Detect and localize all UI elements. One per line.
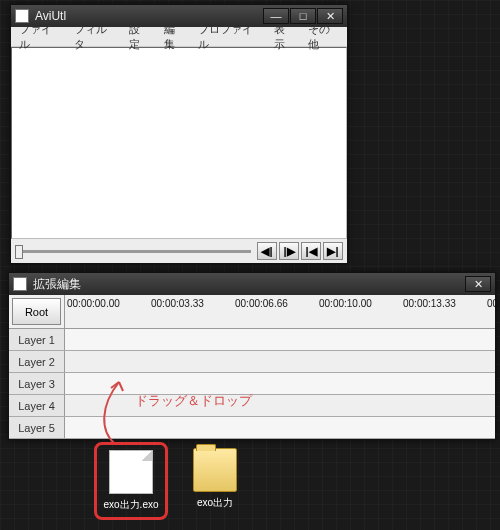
layer-row[interactable]: Layer 2: [9, 351, 495, 373]
timecode: 00:00:06.66: [235, 298, 288, 328]
layer-track[interactable]: [65, 329, 495, 350]
preview-area: [11, 47, 347, 239]
layer-row[interactable]: Layer 5: [9, 417, 495, 439]
menu-edit[interactable]: 編集: [160, 20, 189, 54]
layer-label: Layer 4: [9, 395, 65, 416]
timecode: 00:00:13.33: [403, 298, 456, 328]
seek-slider[interactable]: [15, 246, 251, 256]
root-button[interactable]: Root: [12, 298, 61, 325]
layer-label: Layer 1: [9, 329, 65, 350]
layer-track[interactable]: [65, 395, 495, 416]
timeline-ruler[interactable]: 00:00:00.00 00:00:03.33 00:00:06.66 00:0…: [65, 295, 495, 328]
prev-frame-button[interactable]: ◀|: [257, 242, 277, 260]
timeline-title: 拡張編集: [33, 276, 464, 293]
aviutl-main-window: AviUtl — □ ✕ ファイル フィルタ 設定 編集 プロファイル 表示 そ…: [10, 4, 348, 264]
annotation-text: ドラッグ＆ドロップ: [135, 392, 252, 410]
timeline-titlebar[interactable]: 拡張編集 ✕: [9, 273, 495, 295]
app-icon: [13, 277, 27, 291]
timecode: 00:00:03.33: [151, 298, 204, 328]
playback-controls: ◀| |▶ |◀ ▶|: [11, 239, 347, 263]
file-label: exo出力.exo: [102, 498, 160, 512]
folder-label: exo出力: [184, 496, 246, 510]
layer-row[interactable]: Layer 3: [9, 373, 495, 395]
menubar: ファイル フィルタ 設定 編集 プロファイル 表示 その他: [11, 27, 347, 47]
timeline-rows: Layer 1 Layer 2 Layer 3 Layer 4 Layer 5: [9, 329, 495, 439]
menu-settings[interactable]: 設定: [125, 20, 154, 54]
timeline-root-column: Root: [9, 295, 65, 328]
timecode: 00:00:00.00: [67, 298, 120, 328]
last-frame-button[interactable]: ▶|: [323, 242, 343, 260]
first-frame-button[interactable]: |◀: [301, 242, 321, 260]
menu-other[interactable]: その他: [304, 20, 343, 54]
layer-label: Layer 5: [9, 417, 65, 438]
exo-folder-icon[interactable]: exo出力: [184, 448, 246, 514]
timeline-close-button[interactable]: ✕: [465, 276, 491, 292]
seek-thumb[interactable]: [15, 245, 23, 259]
layer-label: Layer 2: [9, 351, 65, 372]
layer-track[interactable]: [65, 417, 495, 438]
timeline-window: 拡張編集 ✕ Root 00:00:00.00 00:00:03.33 00:0…: [8, 272, 496, 440]
menu-file[interactable]: ファイル: [15, 20, 64, 54]
menu-filter[interactable]: フィルタ: [70, 20, 119, 54]
layer-row[interactable]: Layer 4: [9, 395, 495, 417]
desktop-icons: exo出力.exo exo出力: [100, 448, 246, 514]
timecode: 00:00:10.00: [319, 298, 372, 328]
exo-file-icon[interactable]: exo出力.exo: [100, 448, 162, 514]
layer-label: Layer 3: [9, 373, 65, 394]
menu-view[interactable]: 表示: [270, 20, 299, 54]
folder-icon: [193, 448, 237, 492]
next-frame-button[interactable]: |▶: [279, 242, 299, 260]
layer-row[interactable]: Layer 1: [9, 329, 495, 351]
layer-track[interactable]: [65, 373, 495, 394]
layer-track[interactable]: [65, 351, 495, 372]
menu-profile[interactable]: プロファイル: [194, 20, 264, 54]
timecode: 00:00:1: [487, 298, 495, 328]
file-icon: [109, 450, 153, 494]
